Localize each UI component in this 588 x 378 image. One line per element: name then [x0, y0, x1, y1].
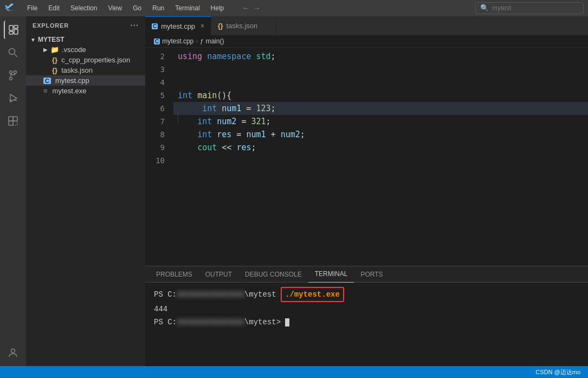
terminal-cursor — [285, 318, 289, 326]
menu-file[interactable]: File — [23, 3, 42, 13]
line-num-10: 10 — [145, 154, 173, 167]
line-content-6: int num1 = 123; — [173, 102, 588, 115]
menu-terminal[interactable]: Terminal — [171, 3, 204, 13]
menu-go[interactable]: Go — [128, 3, 146, 13]
panel-tab-debug-console[interactable]: DEBUG CONSOLE — [238, 266, 308, 283]
code-line-10: 10 — [145, 154, 588, 167]
code-line-9: 9 cout << res; — [145, 141, 588, 154]
line-num-9: 9 — [145, 141, 173, 154]
project-folder[interactable]: ▼ MYTEST — [26, 35, 145, 44]
breadcrumb-function[interactable]: main() — [205, 37, 224, 45]
code-line-6: 6 int num1 = 123; — [145, 102, 588, 115]
terminal-output-line: 444 — [154, 303, 579, 315]
panel-tab-ports[interactable]: PORTS — [354, 266, 389, 283]
breadcrumb-fn-icon: ƒ — [200, 38, 203, 44]
menu-help[interactable]: Help — [206, 3, 229, 13]
terminal-line-2: PS C:XXXXXXXXXXXXXXXX\mytest> — [154, 316, 579, 329]
line-num-5: 5 — [145, 89, 173, 102]
svg-marker-9 — [10, 94, 17, 102]
panel-tab-problems[interactable]: PROBLEMS — [150, 266, 199, 283]
menu-edit[interactable]: Edit — [44, 3, 64, 13]
terminal-gt-1 — [276, 290, 281, 299]
line-num-6: 6 — [145, 102, 173, 115]
line-content-3 — [173, 63, 588, 76]
terminal-path-2: PS C: — [154, 318, 177, 326]
activity-extensions[interactable] — [4, 112, 22, 130]
svg-rect-1 — [14, 25, 18, 28]
tree-tasks-json[interactable]: {} tasks.json — [26, 65, 145, 75]
line-content-8: int res = num1 + num2; — [173, 128, 588, 141]
terminal-content: PS C:XXXXXXXXXXXXXXXX\mytest ./mytest.ex… — [145, 283, 588, 366]
breadcrumb-file[interactable]: mytest.cpp — [162, 37, 193, 45]
tree-vscode-folder[interactable]: ▶ 📁 .vscode — [26, 44, 145, 55]
nav-arrows: ← → — [241, 3, 261, 14]
terminal-line-1: PS C:XXXXXXXXXXXXXXXX\mytest ./mytest.ex… — [154, 287, 579, 302]
main-layout: EXPLORER ··· ▼ MYTEST ▶ 📁 .vscode {} c_c… — [0, 16, 588, 366]
svg-point-4 — [9, 49, 15, 55]
tree-mytest-cpp[interactable]: C mytest.cpp — [26, 75, 145, 86]
svg-line-5 — [15, 54, 17, 57]
line-content-10 — [173, 154, 588, 167]
menu-bar: File Edit Selection View Go Run Terminal… — [23, 3, 228, 13]
sidebar-menu-icon[interactable]: ··· — [130, 21, 139, 30]
svg-rect-0 — [9, 25, 13, 30]
tab-tasks-json[interactable]: {} tasks.json — [211, 16, 276, 35]
tree-c-cpp-properties[interactable]: {} c_cpp_properties.json — [26, 55, 145, 65]
terminal-mytest-1: \mytest — [244, 290, 276, 299]
breadcrumb: C mytest.cpp › ƒ main() — [145, 35, 588, 48]
sidebar-title: EXPLORER — [33, 22, 69, 29]
code-line-7: 7 int num2 = 321; — [145, 115, 588, 128]
svg-rect-15 — [13, 121, 17, 125]
nav-back-icon[interactable]: ← — [241, 3, 250, 14]
tab-mytest-cpp-close-icon[interactable]: × — [201, 22, 204, 30]
tab-tasks-json-label: tasks.json — [226, 22, 257, 30]
menu-view[interactable]: View — [104, 3, 126, 13]
line-num-7: 7 — [145, 115, 173, 128]
mytest-cpp-filename: mytest.cpp — [55, 76, 89, 85]
sidebar-header: EXPLORER ··· — [26, 16, 145, 35]
svg-rect-12 — [9, 121, 13, 125]
title-bar: File Edit Selection View Go Run Terminal… — [0, 0, 588, 16]
activity-explorer[interactable] — [4, 21, 22, 39]
activity-avatar[interactable] — [4, 343, 22, 362]
tab-mytest-cpp[interactable]: C mytest.cpp × — [145, 16, 211, 35]
terminal-blurred-path-2: XXXXXXXXXXXXXXXX — [177, 317, 244, 329]
code-line-4: 4 — [145, 76, 588, 89]
code-line-2: 2 using namespace std; — [145, 50, 588, 63]
panel-tab-terminal[interactable]: TERMINAL — [308, 266, 354, 283]
svg-rect-14 — [9, 117, 13, 121]
tab-mytest-cpp-label: mytest.cpp — [161, 22, 195, 30]
project-name: MYTEST — [38, 36, 64, 43]
line-content-9: cout << res; — [173, 141, 588, 154]
search-input[interactable] — [492, 4, 557, 12]
code-line-3: 3 — [145, 63, 588, 76]
line-content-5: int main(){ — [173, 89, 588, 102]
sidebar: EXPLORER ··· ▼ MYTEST ▶ 📁 .vscode {} c_c… — [26, 16, 145, 366]
activity-run-debug[interactable] — [4, 89, 22, 107]
panel-tab-output[interactable]: OUTPUT — [199, 266, 238, 283]
code-editor[interactable]: 2 using namespace std; 3 4 5 int main(){ — [145, 48, 588, 266]
activity-source-control[interactable] — [4, 66, 22, 85]
title-search-bar[interactable]: 🔍 — [475, 2, 584, 14]
terminal-gt-2: > — [276, 318, 286, 326]
menu-run[interactable]: Run — [148, 3, 169, 13]
menu-selection[interactable]: Selection — [66, 3, 101, 13]
terminal-command: ./mytest.exe — [281, 287, 344, 302]
line-content-7: int num2 = 321; — [173, 115, 588, 128]
terminal-output-text: 444 — [154, 305, 167, 313]
line-num-4: 4 — [145, 76, 173, 89]
line-num-2: 2 — [145, 50, 173, 63]
editor-area: C mytest.cpp × {} tasks.json C mytest.cp… — [145, 16, 588, 366]
activity-search[interactable] — [4, 43, 22, 62]
code-line-5: 5 int main(){ — [145, 89, 588, 102]
nav-forward-icon[interactable]: → — [253, 3, 261, 14]
tree-mytest-exe[interactable]: ≡ mytest.exe — [26, 86, 145, 96]
activity-bar — [0, 16, 26, 366]
svg-point-16 — [11, 349, 15, 353]
breadcrumb-cpp-icon: C — [154, 39, 160, 44]
status-bar: CSDN @迈达mo — [0, 366, 588, 378]
status-watermark: CSDN @迈达mo — [532, 368, 584, 376]
file-tree: ▼ MYTEST ▶ 📁 .vscode {} c_cpp_properties… — [26, 35, 145, 366]
vscode-logo-icon — [4, 2, 14, 15]
svg-rect-13 — [13, 117, 17, 121]
